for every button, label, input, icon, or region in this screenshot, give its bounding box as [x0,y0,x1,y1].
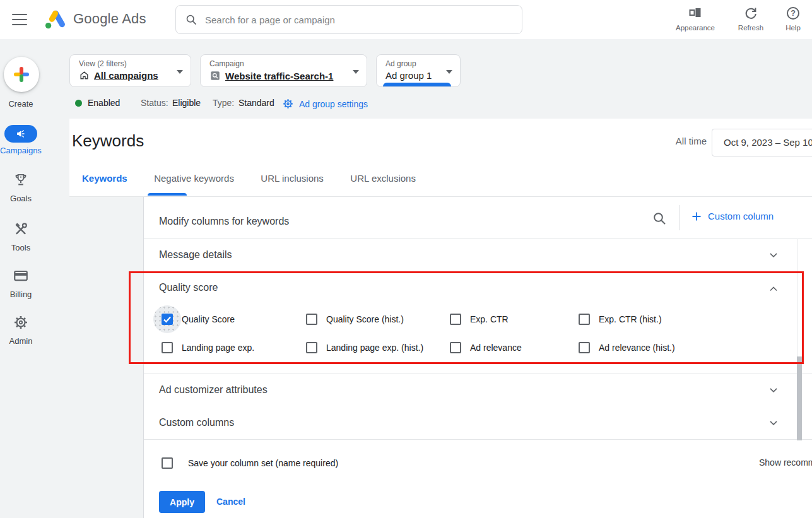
scrollbar-thumb[interactable] [797,356,802,440]
checkbox-option-quality-score-hist[interactable]: Quality Score (hist.) [306,309,404,329]
time-range-label: All time [666,136,707,146]
google-ads-logo-icon[interactable] [44,8,67,31]
chevron-down-icon [767,416,780,429]
page-title: Keywords [72,131,144,151]
checkbox-option-exp-ctr-hist[interactable]: Exp. CTR (hist.) [579,309,662,329]
gear-icon [13,314,29,331]
status-row: Enabled Status: Eligible Type: Standard … [0,95,812,114]
appearance-button[interactable]: Appearance [668,5,722,32]
enabled-dot-icon [75,100,82,107]
megaphone-icon [4,125,37,143]
sidebar-item-admin[interactable]: Admin [0,314,42,346]
modify-columns-panel: Modify columns for keywords Custom colum… [143,197,812,518]
billing-card-icon [13,268,29,284]
divider [680,205,680,230]
help-icon: ? [766,5,812,21]
chevron-down-icon [177,70,183,74]
checkbox-option-exp-ctr[interactable]: Exp. CTR [450,309,509,329]
section-custom-columns[interactable]: Custom columns [144,406,812,439]
section-message-details[interactable]: Message details [144,238,812,271]
section-ad-customizer-attributes[interactable]: Ad customizer attributes [144,374,812,406]
tab-negative-keywords[interactable]: Negative keywords [154,173,234,184]
tab-keywords[interactable]: Keywords [82,173,127,184]
checkbox-label: Quality Score [182,314,235,324]
appearance-icon [668,5,722,21]
search-input[interactable] [205,15,513,25]
active-indicator [383,83,451,86]
global-search [175,5,522,34]
type-label: Type: [213,98,234,108]
checkbox-unchecked[interactable] [450,342,461,353]
checkbox-option-quality-score[interactable]: Quality Score [162,309,235,329]
checkbox-unchecked[interactable] [162,342,173,353]
checkbox-label: Exp. CTR [470,314,509,324]
chevron-up-icon [767,283,780,295]
checkbox-checked[interactable] [162,314,173,325]
status-label: Status: [141,98,168,108]
tab-url-exclusions[interactable]: URL exclusions [350,173,416,184]
apply-button[interactable]: Apply [159,491,205,513]
checkbox-unchecked[interactable] [579,342,590,353]
tab-url-inclusions[interactable]: URL inclusions [261,173,324,184]
sidebar-item-campaigns[interactable]: Campaigns [0,125,42,155]
custom-column-button[interactable]: Custom column [691,211,774,221]
checkbox-unchecked[interactable] [306,314,317,325]
svg-text:?: ? [791,9,796,18]
checkbox-unchecked[interactable] [306,342,317,353]
status-value: Eligible [172,98,201,108]
menu-icon[interactable] [11,13,28,26]
sidebar-item-tools[interactable]: Tools [0,221,42,252]
trophy-icon [13,172,29,188]
date-range-picker[interactable]: Oct 9, 2023 – Sep 10 [712,129,812,156]
checkbox-unchecked[interactable] [162,457,173,469]
google-ads-app: Google Ads Appearance [0,0,812,518]
page-header: Keywords All time Oct 9, 2023 – Sep 10 K… [69,119,812,197]
chevron-down-icon [767,249,780,261]
tools-icon [13,221,29,237]
section-quality-score[interactable]: Quality score [144,271,812,302]
checkbox-label: Exp. CTR (hist.) [599,314,662,324]
checkbox-label: Ad relevance (hist.) [599,343,675,353]
checkbox-label: Ad relevance [470,343,522,353]
product-name: Google Ads [73,11,146,27]
home-icon [79,70,90,81]
settings-gear-icon [282,98,294,110]
checkbox-label: Landing page exp. [182,343,254,353]
campaign-thumbnail-icon [209,70,221,81]
save-column-set-label: Save your column set (name required) [188,458,338,468]
top-bar: Google Ads Appearance [0,0,812,39]
checkbox-option-ad-relevance[interactable]: Ad relevance [450,338,522,358]
checkbox-label: Quality Score (hist.) [326,314,404,324]
view-filter-dropdown[interactable]: View (2 filters) All campaigns [69,54,191,87]
checkbox-unchecked[interactable] [450,314,461,325]
chevron-down-icon [767,384,780,396]
cancel-button[interactable]: Cancel [216,497,245,507]
active-tab-indicator [148,193,187,196]
tab-bar: Keywords Negative keywords URL inclusion… [82,173,440,197]
ad-group-filter-dropdown[interactable]: Ad group Ad group 1 [376,54,461,87]
help-button[interactable]: ? Help [766,5,812,32]
campaign-filter-dropdown[interactable]: Campaign Website traffic-Search-1 [200,54,367,87]
chevron-down-icon [446,70,452,74]
type-value: Standard [238,98,274,108]
chevron-down-icon [353,70,359,74]
panel-title: Modify columns for keywords [159,216,289,227]
checkbox-option-landing-page-exp-hist[interactable]: Landing page exp. (hist.) [306,338,423,358]
search-icon [185,13,197,26]
create-button[interactable] [4,57,39,92]
sidebar-item-goals[interactable]: Goals [0,172,42,203]
plus-icon [691,211,702,221]
save-column-set-option[interactable]: Save your column set (name required) [162,452,338,474]
show-recommendations-link[interactable]: Show recommendations [759,457,812,468]
search-columns-icon[interactable] [652,211,667,226]
enabled-status: Enabled [75,98,120,108]
checkbox-unchecked[interactable] [579,314,590,325]
checkbox-option-landing-page-exp[interactable]: Landing page exp. [162,338,254,358]
checkbox-label: Landing page exp. (hist.) [326,343,423,353]
plus-icon [13,66,30,83]
checkbox-option-ad-relevance-hist[interactable]: Ad relevance (hist.) [579,338,675,358]
sidebar-item-billing[interactable]: Billing [0,268,42,299]
ad-group-settings-link[interactable]: Ad group settings [282,98,368,110]
